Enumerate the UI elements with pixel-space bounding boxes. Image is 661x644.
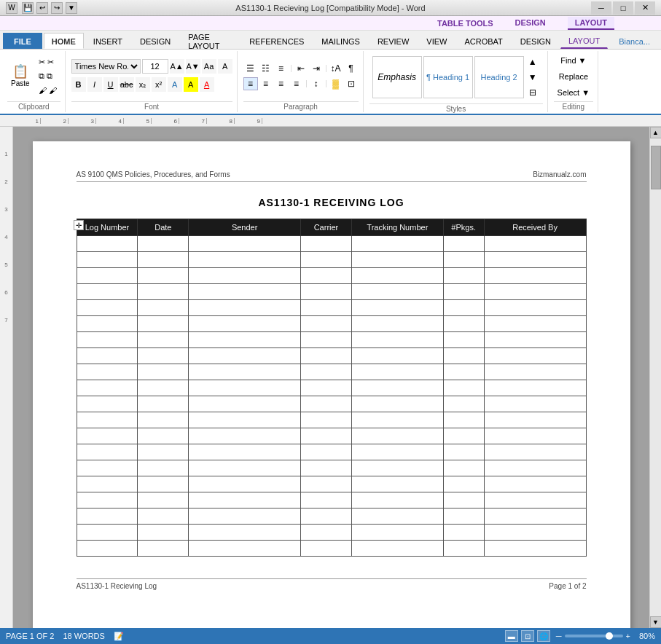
font-size-input[interactable]: 12 [142, 59, 168, 74]
table-cell[interactable] [189, 428, 301, 444]
zoom-plus-button[interactable]: + [626, 632, 630, 640]
table-cell[interactable] [77, 492, 138, 508]
table-cell[interactable] [189, 268, 301, 284]
table-row[interactable] [77, 364, 586, 380]
table-cell[interactable] [138, 396, 189, 412]
table-cell[interactable] [138, 492, 189, 508]
table-cell[interactable] [77, 316, 138, 332]
table-cell[interactable] [301, 525, 352, 541]
table-cell[interactable] [77, 541, 138, 557]
clear-format-button[interactable]: A [218, 59, 232, 74]
table-cell[interactable] [351, 380, 443, 396]
table-cell[interactable] [484, 284, 586, 300]
tab-home[interactable]: HOME [44, 33, 84, 49]
table-cell[interactable] [301, 252, 352, 268]
table-cell[interactable] [351, 252, 443, 268]
table-cell[interactable] [351, 348, 443, 364]
table-cell[interactable] [484, 348, 586, 364]
table-row[interactable] [77, 348, 586, 364]
save-icon[interactable]: 💾 [22, 2, 34, 14]
table-cell[interactable] [301, 268, 352, 284]
table-tools-design-tab[interactable]: DESIGN [508, 17, 553, 30]
table-cell[interactable] [443, 236, 484, 252]
table-cell[interactable] [301, 460, 352, 476]
tab-design[interactable]: DESIGN [132, 33, 179, 49]
tab-page-layout[interactable]: PAGE LAYOUT [180, 33, 240, 49]
tab-file[interactable]: FILE [3, 33, 42, 49]
find-button[interactable]: Find ▼ [557, 54, 590, 67]
vertical-scrollbar[interactable]: ▲ ▼ [649, 127, 661, 628]
table-cell[interactable] [351, 508, 443, 525]
decrease-font-button[interactable]: A▼ [186, 59, 200, 74]
undo-icon[interactable]: ↩ [36, 2, 48, 14]
table-cell[interactable] [443, 525, 484, 541]
tab-mailings[interactable]: MAILINGS [313, 33, 368, 49]
subscript-button[interactable]: x₂ [136, 77, 150, 92]
table-cell[interactable] [77, 300, 138, 316]
table-cell[interactable] [484, 508, 586, 525]
select-button[interactable]: Select ▼ [554, 86, 594, 99]
table-cell[interactable] [484, 525, 586, 541]
styles-more-button[interactable]: ⊟ [525, 86, 540, 99]
table-cell[interactable] [301, 508, 352, 525]
styles-up-button[interactable]: ▲ [525, 55, 540, 68]
bullets-button[interactable]: ☰ [243, 62, 258, 75]
cut-button[interactable]: ✂ ✂ [35, 56, 60, 69]
table-cell[interactable] [189, 396, 301, 412]
table-row[interactable] [77, 332, 586, 348]
table-cell[interactable] [189, 284, 301, 300]
table-cell[interactable] [351, 444, 443, 460]
table-cell[interactable] [301, 396, 352, 412]
table-cell[interactable] [77, 428, 138, 444]
bold-button[interactable]: B [71, 77, 86, 92]
minimize-button[interactable]: ─ [591, 1, 611, 15]
scroll-down-button[interactable]: ▼ [650, 616, 662, 628]
table-move-handle[interactable]: ✛ [74, 220, 84, 230]
table-tools-layout-tab[interactable]: LAYOUT [568, 17, 614, 30]
print-layout-icon[interactable]: ▬ [505, 630, 518, 642]
table-cell[interactable] [138, 412, 189, 428]
table-cell[interactable] [138, 508, 189, 525]
table-cell[interactable] [484, 268, 586, 284]
paste-button[interactable]: 📋 Paste [7, 55, 34, 98]
table-cell[interactable] [77, 460, 138, 476]
table-cell[interactable] [138, 525, 189, 541]
table-cell[interactable] [138, 444, 189, 460]
table-cell[interactable] [138, 428, 189, 444]
superscript-button[interactable]: x² [152, 77, 166, 92]
table-cell[interactable] [301, 364, 352, 380]
table-row[interactable] [77, 396, 586, 412]
decrease-indent-button[interactable]: ⇤ [294, 62, 308, 75]
table-cell[interactable] [443, 412, 484, 428]
table-cell[interactable] [138, 541, 189, 557]
tab-references[interactable]: REFERENCES [241, 33, 312, 49]
table-cell[interactable] [138, 348, 189, 364]
table-row[interactable] [77, 460, 586, 476]
tab-design2[interactable]: DESIGN [512, 33, 559, 49]
redo-icon[interactable]: ↪ [51, 2, 63, 14]
table-row[interactable] [77, 316, 586, 332]
web-layout-icon[interactable]: 🌐 [537, 630, 550, 642]
table-cell[interactable] [351, 492, 443, 508]
table-row[interactable] [77, 428, 586, 444]
table-cell[interactable] [351, 460, 443, 476]
font-name-select[interactable]: Times New Ro... [71, 59, 141, 74]
table-cell[interactable] [301, 444, 352, 460]
customize-icon[interactable]: ▼ [66, 2, 77, 14]
table-cell[interactable] [484, 460, 586, 476]
align-left-button[interactable]: ≡ [243, 77, 258, 90]
table-cell[interactable] [189, 525, 301, 541]
copy-button[interactable]: ⧉ ⧉ [35, 70, 60, 83]
table-cell[interactable] [351, 268, 443, 284]
table-cell[interactable] [484, 380, 586, 396]
highlight-button[interactable]: A [184, 77, 198, 92]
table-cell[interactable] [77, 364, 138, 380]
table-cell[interactable] [484, 396, 586, 412]
table-cell[interactable] [301, 412, 352, 428]
table-cell[interactable] [189, 476, 301, 492]
table-cell[interactable] [138, 236, 189, 252]
table-row[interactable] [77, 300, 586, 316]
table-cell[interactable] [443, 252, 484, 268]
table-cell[interactable] [138, 252, 189, 268]
table-row[interactable] [77, 252, 586, 268]
